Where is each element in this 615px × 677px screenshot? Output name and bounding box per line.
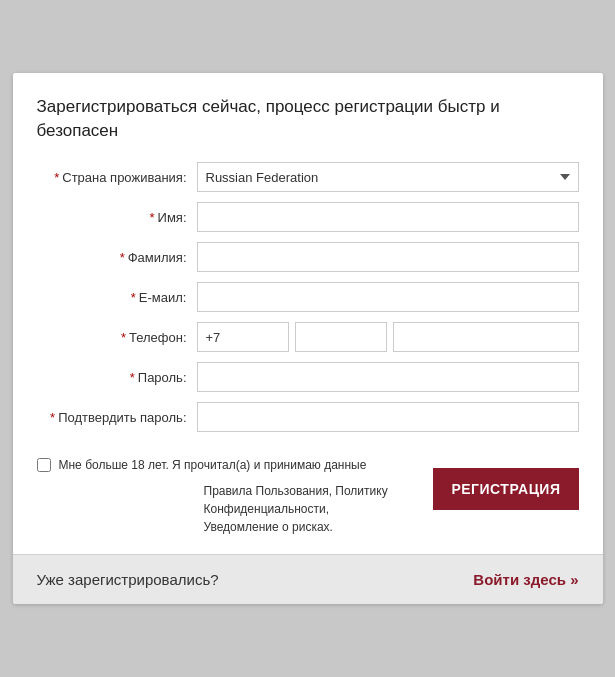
phone-code-input[interactable] [197, 322, 289, 352]
action-row: Мне больше 18 лет. Я прочитал(а) и прини… [37, 442, 579, 536]
required-star: * [54, 170, 59, 185]
register-button[interactable]: РЕГИСТРАЦИЯ [433, 468, 578, 510]
password-row: *Пароль: [37, 362, 579, 392]
required-star: * [130, 370, 135, 385]
terms-line2: Уведомление о рисках. [204, 520, 333, 534]
country-row: *Страна проживания: Russian Federation U… [37, 162, 579, 192]
required-star: * [120, 250, 125, 265]
phone-end-input[interactable] [393, 322, 579, 352]
terms-checkbox-row: Мне больше 18 лет. Я прочитал(а) и прини… [37, 456, 424, 474]
required-star: * [121, 330, 126, 345]
page-title: Зарегистрироваться сейчас, процесс регис… [37, 95, 579, 143]
terms-checkbox[interactable] [37, 458, 51, 472]
name-row: *Имя: [37, 202, 579, 232]
phone-inputs [197, 322, 579, 352]
card-body: Зарегистрироваться сейчас, процесс регис… [13, 73, 603, 555]
password-label: *Пароль: [37, 370, 197, 385]
email-row: *Е-маил: [37, 282, 579, 312]
name-input[interactable] [197, 202, 579, 232]
surname-label: *Фамилия: [37, 250, 197, 265]
required-star: * [150, 210, 155, 225]
confirm-row: *Подтвердить пароль: [37, 402, 579, 432]
card-footer: Уже зарегистрировались? Войти здесь » [13, 554, 603, 604]
password-input[interactable] [197, 362, 579, 392]
phone-mid-input[interactable] [295, 322, 387, 352]
required-star: * [50, 410, 55, 425]
checkbox-area: Мне больше 18 лет. Я прочитал(а) и прини… [37, 442, 424, 536]
registration-card: Зарегистрироваться сейчас, процесс регис… [13, 73, 603, 605]
surname-input[interactable] [197, 242, 579, 272]
confirm-label: *Подтвердить пароль: [37, 410, 197, 425]
required-star: * [131, 290, 136, 305]
name-label: *Имя: [37, 210, 197, 225]
country-select[interactable]: Russian Federation United States Germany… [197, 162, 579, 192]
surname-row: *Фамилия: [37, 242, 579, 272]
country-label: *Страна проживания: [37, 170, 197, 185]
login-link[interactable]: Войти здесь » [473, 571, 578, 588]
confirm-input[interactable] [197, 402, 579, 432]
terms-line1: Правила Пользования, Политику Конфиденци… [204, 484, 388, 516]
checkbox-label: Мне больше 18 лет. Я прочитал(а) и прини… [59, 456, 424, 474]
terms-links: Правила Пользования, Политику Конфиденци… [204, 482, 424, 536]
phone-label: *Телефон: [37, 330, 197, 345]
phone-row: *Телефон: [37, 322, 579, 352]
email-input[interactable] [197, 282, 579, 312]
footer-text: Уже зарегистрировались? [37, 571, 219, 588]
email-label: *Е-маил: [37, 290, 197, 305]
